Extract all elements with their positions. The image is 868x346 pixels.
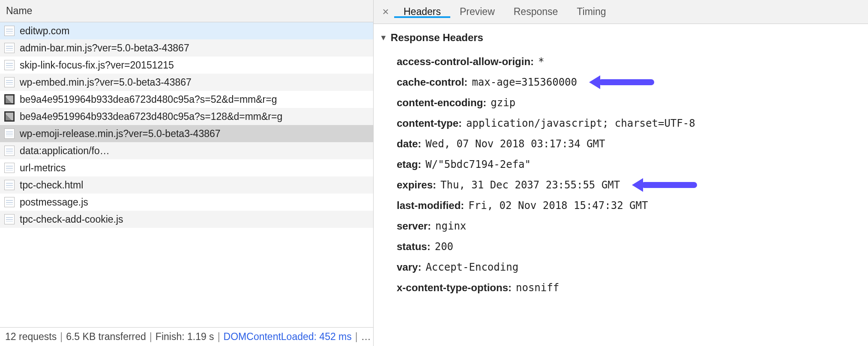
- header-key: status:: [397, 241, 431, 253]
- request-details-panel: × HeadersPreviewResponseTiming ▼ Respons…: [374, 0, 868, 346]
- request-name: tpc-check-add-cookie.js: [20, 214, 123, 225]
- document-file-icon: [4, 26, 15, 36]
- request-row[interactable]: tpc-check-add-cookie.js: [0, 211, 373, 228]
- separator: |: [150, 331, 152, 343]
- request-row[interactable]: postmessage.js: [0, 194, 373, 211]
- header-value: Accept-Encoding: [425, 261, 518, 273]
- header-line: cache-control:max-age=315360000: [380, 72, 862, 92]
- document-file-icon: [4, 163, 15, 173]
- header-key: content-encoding:: [397, 97, 486, 109]
- request-name: data:application/fo…: [20, 145, 110, 157]
- close-icon[interactable]: ×: [377, 5, 394, 18]
- document-file-icon: [4, 214, 15, 224]
- request-row[interactable]: wp-emoji-release.min.js?ver=5.0-beta3-43…: [0, 125, 373, 142]
- header-value: application/javascript; charset=UTF-8: [466, 117, 695, 129]
- header-value: max-age=315360000: [472, 76, 577, 88]
- details-tabs: × HeadersPreviewResponseTiming: [374, 0, 868, 24]
- request-name: wp-emoji-release.min.js?ver=5.0-beta3-43…: [20, 128, 221, 140]
- disclosure-triangle-icon[interactable]: ▼: [380, 33, 387, 42]
- header-key: last-modified:: [397, 200, 464, 212]
- image-file-icon: [4, 111, 15, 122]
- request-row[interactable]: wp-embed.min.js?ver=5.0-beta3-43867: [0, 74, 373, 91]
- header-value: gzip: [491, 97, 515, 109]
- header-key: etag:: [397, 158, 421, 170]
- header-key: server:: [397, 220, 431, 232]
- tab-headers[interactable]: Headers: [394, 6, 450, 18]
- header-value: *: [538, 56, 544, 68]
- header-key: vary:: [397, 261, 421, 273]
- separator: |: [218, 331, 220, 343]
- request-row[interactable]: data:application/fo…: [0, 142, 373, 159]
- request-name: be9a4e9519964b933dea6723d480c95a?s=52&d=…: [20, 94, 277, 105]
- tabs-container: HeadersPreviewResponseTiming: [394, 6, 865, 18]
- header-line: x-content-type-options:nosniff: [380, 277, 862, 298]
- request-row[interactable]: skip-link-focus-fix.js?ver=20151215: [0, 57, 373, 74]
- request-row[interactable]: be9a4e9519964b933dea6723d480c95a?s=52&d=…: [0, 91, 373, 108]
- tab-response[interactable]: Response: [504, 6, 568, 18]
- document-file-icon: [4, 197, 15, 207]
- status-transferred: 6.5 KB transferred: [66, 331, 146, 343]
- status-requests: 12 requests: [5, 331, 57, 343]
- request-row[interactable]: admin-bar.min.js?ver=5.0-beta3-43867: [0, 39, 373, 57]
- request-name: postmessage.js: [20, 197, 88, 208]
- header-line: access-control-allow-origin:*: [380, 51, 862, 72]
- request-name: url-metrics: [20, 162, 66, 174]
- header-key: content-type:: [397, 117, 462, 129]
- status-domcontentloaded: DOMContentLoaded: 452 ms: [224, 331, 352, 343]
- section-title-label: Response Headers: [391, 32, 483, 44]
- headers-pane: ▼ Response Headers access-control-allow-…: [374, 24, 868, 346]
- request-rows: editwp.comadmin-bar.min.js?ver=5.0-beta3…: [0, 22, 373, 327]
- image-file-icon: [4, 94, 15, 104]
- header-key: access-control-allow-origin:: [397, 56, 534, 68]
- document-file-icon: [4, 180, 15, 190]
- response-headers-list: access-control-allow-origin:*cache-contr…: [380, 51, 862, 298]
- header-key: x-content-type-options:: [397, 282, 512, 294]
- header-value: Thu, 31 Dec 2037 23:55:55 GMT: [440, 179, 620, 191]
- header-line: etag:W/"5bdc7194-2efa": [380, 154, 862, 175]
- request-row[interactable]: editwp.com: [0, 22, 373, 39]
- header-line: last-modified:Fri, 02 Nov 2018 15:47:32 …: [380, 195, 862, 216]
- header-value: Wed, 07 Nov 2018 03:17:34 GMT: [425, 138, 605, 150]
- header-value: Fri, 02 Nov 2018 15:47:32 GMT: [468, 200, 648, 212]
- header-value: W/"5bdc7194-2efa": [425, 158, 531, 170]
- header-line: status:200: [380, 236, 862, 257]
- header-line: vary:Accept-Encoding: [380, 257, 862, 277]
- request-name: editwp.com: [20, 25, 69, 37]
- response-headers-section[interactable]: ▼ Response Headers: [380, 32, 862, 44]
- header-key: date:: [397, 138, 421, 150]
- request-row[interactable]: url-metrics: [0, 159, 373, 176]
- tab-timing[interactable]: Timing: [567, 6, 615, 18]
- annotation-arrow-icon: [641, 182, 697, 188]
- header-line: date:Wed, 07 Nov 2018 03:17:34 GMT: [380, 134, 862, 154]
- request-list-panel: Name editwp.comadmin-bar.min.js?ver=5.0-…: [0, 0, 374, 346]
- separator: |: [60, 331, 63, 343]
- status-ellipsis: …: [361, 331, 371, 343]
- header-line: content-type:application/javascript; cha…: [380, 113, 862, 134]
- status-finish: Finish: 1.19 s: [156, 331, 214, 343]
- header-key: expires:: [397, 179, 436, 191]
- column-header-name[interactable]: Name: [0, 0, 373, 22]
- request-name: tpc-check.html: [20, 179, 83, 191]
- document-file-icon: [4, 77, 15, 87]
- devtools-network-panel: Name editwp.comadmin-bar.min.js?ver=5.0-…: [0, 0, 868, 346]
- separator: |: [355, 331, 358, 343]
- request-row[interactable]: be9a4e9519964b933dea6723d480c95a?s=128&d…: [0, 108, 373, 125]
- document-file-icon: [4, 146, 15, 156]
- document-file-icon: [4, 43, 15, 53]
- document-file-icon: [4, 60, 15, 70]
- header-key: cache-control:: [397, 76, 467, 88]
- header-line: server:nginx: [380, 216, 862, 236]
- header-line: content-encoding:gzip: [380, 92, 862, 113]
- header-line: expires:Thu, 31 Dec 2037 23:55:55 GMT: [380, 175, 862, 195]
- request-row[interactable]: tpc-check.html: [0, 176, 373, 194]
- status-bar: 12 requests | 6.5 KB transferred | Finis…: [0, 327, 373, 346]
- header-value: nosniff: [516, 282, 559, 294]
- header-value: 200: [435, 241, 453, 253]
- annotation-arrow-icon: [599, 79, 654, 85]
- header-value: nginx: [435, 220, 466, 232]
- request-name: admin-bar.min.js?ver=5.0-beta3-43867: [20, 42, 189, 54]
- document-file-icon: [4, 128, 15, 139]
- tab-preview[interactable]: Preview: [450, 6, 504, 18]
- request-name: wp-embed.min.js?ver=5.0-beta3-43867: [20, 77, 192, 88]
- request-name: skip-link-focus-fix.js?ver=20151215: [20, 60, 174, 71]
